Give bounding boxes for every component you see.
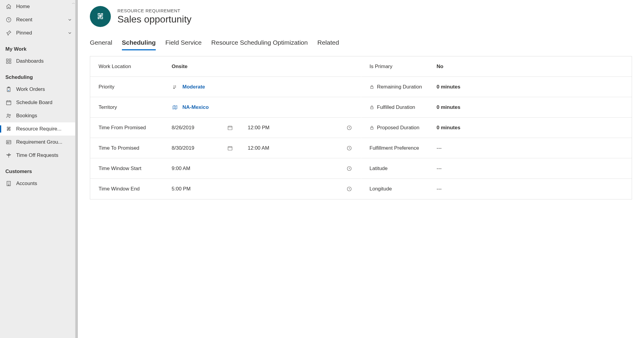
nav-label: Requirement Grou... — [16, 139, 72, 145]
field-label: Is Primary — [370, 64, 433, 70]
field-value: No — [437, 64, 624, 70]
priority-lookup[interactable]: Moderate — [182, 84, 205, 90]
svg-rect-13 — [228, 126, 232, 130]
field-remaining-duration: Remaining Duration 0 minutes — [361, 77, 632, 97]
date-value[interactable]: 8/26/2019 — [172, 125, 223, 131]
section-scheduling: Scheduling — [0, 68, 78, 83]
nav-bookings[interactable]: Bookings — [0, 109, 78, 122]
svg-point-8 — [7, 114, 9, 115]
field-time-window-end[interactable]: Time Window End 5:00 PM — [90, 179, 361, 199]
section-my-work: My Work — [0, 40, 78, 55]
clock-icon[interactable] — [346, 145, 353, 151]
date-value[interactable]: 8/30/2019 — [172, 145, 223, 151]
field-work-location[interactable]: Work Location Onsite — [90, 56, 361, 77]
field-priority[interactable]: Priority Moderate — [90, 77, 361, 97]
field-longitude[interactable]: Longitude --- — [361, 179, 632, 199]
clock-icon[interactable] — [346, 125, 353, 130]
field-value: --- — [437, 186, 624, 192]
nav-pinned[interactable]: Pinned — [0, 26, 78, 40]
entity-badge-icon — [90, 6, 111, 27]
dashboard-icon — [5, 58, 12, 64]
field-value: 0 minutes — [437, 125, 624, 131]
field-label: Longitude — [370, 186, 433, 192]
nav-label: Pinned — [16, 30, 63, 36]
svg-rect-20 — [371, 107, 373, 109]
palm-icon — [5, 152, 12, 158]
lock-icon — [370, 125, 374, 130]
calendar-icon[interactable] — [227, 145, 233, 151]
field-fulfilled-duration: Fulfilled Duration 0 minutes — [361, 97, 632, 118]
nav-schedule-board[interactable]: Schedule Board — [0, 96, 78, 109]
nav-home[interactable]: Home — [0, 0, 78, 13]
form-panel: Work Location Onsite Priority Moderate T… — [90, 56, 632, 199]
field-label: Remaining Duration — [377, 84, 422, 90]
record-header: RESOURCE REQUIREMENT Sales opportunity — [90, 6, 632, 27]
entity-type-label: RESOURCE REQUIREMENT — [117, 8, 191, 13]
nav-requirement-groups[interactable]: Requirement Grou... — [0, 136, 78, 149]
clock-icon[interactable] — [346, 186, 353, 192]
field-value: --- — [437, 166, 624, 172]
field-fulfillment-preference[interactable]: Fulfillment Preference --- — [361, 138, 632, 158]
chevron-down-icon — [67, 31, 72, 35]
field-label: Time To Promised — [99, 145, 167, 151]
field-label: Latitude — [370, 166, 433, 172]
nav-label: Time Off Requests — [16, 152, 72, 158]
field-label: Priority — [99, 84, 167, 90]
page-title: Sales opportunity — [117, 14, 191, 25]
field-is-primary[interactable]: Is Primary No — [361, 56, 632, 77]
pin-icon — [5, 30, 12, 36]
field-time-to-promised[interactable]: Time To Promised 8/30/2019 12:00 AM — [90, 138, 361, 158]
field-label: Time Window Start — [99, 166, 167, 172]
field-label: Proposed Duration — [377, 125, 420, 131]
clock-icon[interactable] — [346, 166, 353, 171]
calendar-icon[interactable] — [227, 125, 233, 130]
field-value: 0 minutes — [437, 104, 624, 110]
main-content: RESOURCE REQUIREMENT Sales opportunity G… — [78, 0, 644, 338]
nav-accounts[interactable]: Accounts — [0, 177, 78, 190]
nav-label: Home — [16, 4, 72, 10]
tab-related[interactable]: Related — [317, 37, 339, 50]
field-territory[interactable]: Territory NA-Mexico — [90, 97, 361, 118]
svg-rect-19 — [371, 87, 373, 88]
tab-general[interactable]: General — [90, 37, 112, 50]
home-icon — [5, 4, 12, 10]
time-value[interactable]: 12:00 PM — [248, 125, 270, 131]
building-icon — [5, 181, 12, 187]
tab-scheduling[interactable]: Scheduling — [122, 37, 156, 50]
tab-rso[interactable]: Resource Scheduling Optimization — [211, 37, 308, 50]
svg-rect-15 — [228, 146, 232, 150]
field-label: Work Location — [99, 64, 167, 70]
nav-dashboards[interactable]: Dashboards — [0, 55, 78, 68]
nav-work-orders[interactable]: Work Orders — [0, 83, 78, 96]
field-label: Territory — [99, 104, 167, 110]
time-value[interactable]: 5:00 PM — [172, 186, 191, 192]
priority-icon — [172, 84, 178, 90]
form-column-left: Work Location Onsite Priority Moderate T… — [90, 56, 361, 199]
scrollbar[interactable] — [75, 0, 78, 338]
clipboard-icon — [5, 86, 12, 92]
field-latitude[interactable]: Latitude --- — [361, 158, 632, 179]
field-time-from-promised[interactable]: Time From Promised 8/26/2019 12:00 PM — [90, 118, 361, 138]
calendar-icon — [5, 100, 12, 106]
svg-rect-3 — [7, 62, 8, 64]
nav-label: Bookings — [16, 113, 72, 119]
nav-time-off-requests[interactable]: Time Off Requests — [0, 149, 78, 162]
clock-icon — [5, 17, 12, 23]
field-time-window-start[interactable]: Time Window Start 9:00 AM — [90, 158, 361, 179]
svg-rect-7 — [7, 101, 11, 105]
territory-lookup[interactable]: NA-Mexico — [182, 104, 209, 110]
nav-resource-requirements[interactable]: Resource Require... — [0, 122, 78, 136]
puzzle-icon — [5, 126, 12, 132]
svg-rect-21 — [371, 127, 373, 129]
svg-rect-1 — [7, 59, 8, 61]
time-value[interactable]: 12:00 AM — [248, 145, 269, 151]
nav-label: Resource Require... — [16, 126, 72, 132]
idcard-icon — [5, 139, 12, 145]
nav-label: Work Orders — [16, 86, 72, 92]
tab-field-service[interactable]: Field Service — [165, 37, 202, 50]
time-value[interactable]: 9:00 AM — [172, 166, 190, 172]
svg-point-9 — [9, 115, 10, 116]
lock-icon — [370, 85, 374, 89]
map-icon — [172, 105, 178, 110]
nav-recent[interactable]: Recent — [0, 13, 78, 26]
